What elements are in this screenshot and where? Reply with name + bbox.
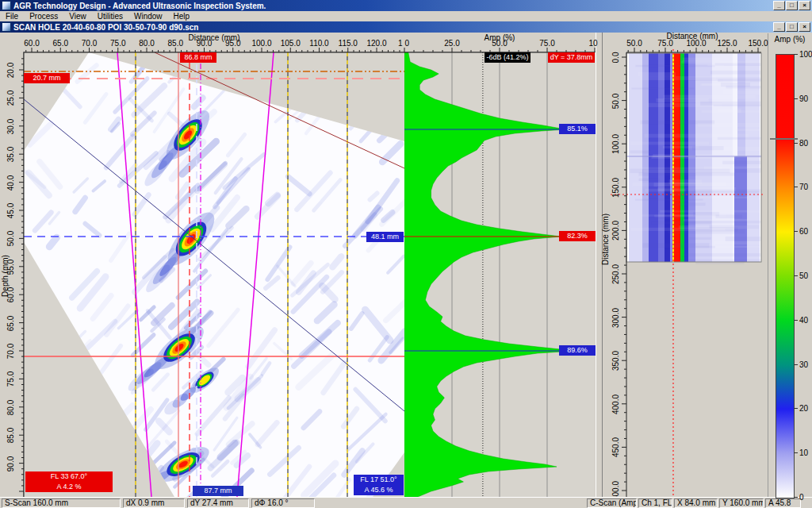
colorbar-tick-label: 90	[799, 94, 808, 103]
app-window: AGR Technology Design - Advanced Ultraso…	[0, 0, 812, 508]
tick-label: 50.0	[492, 39, 507, 48]
tick-label: 200.0	[611, 217, 620, 244]
colorbar-tick-label: 100	[799, 50, 812, 59]
colorbar-gradient[interactable]	[776, 54, 795, 498]
status-segment: A 45.8	[765, 498, 801, 508]
tick-label: 70.0	[82, 39, 97, 48]
amp-marker-label: 82.3%	[559, 231, 596, 241]
tick-label: 80.0	[6, 394, 15, 421]
tick-label: 60.0	[24, 39, 39, 48]
tick-label: 0.0	[611, 44, 620, 71]
depth-cursor-label: 48.1 mm	[366, 232, 404, 242]
colorbar-tick	[794, 497, 798, 498]
tick-label: 50.0	[6, 225, 15, 252]
tick-label: 400.0	[611, 391, 620, 418]
menu-item-help[interactable]: Help	[168, 12, 196, 21]
menu-item-process[interactable]: Process	[24, 12, 63, 21]
tick-label: 90.0	[6, 450, 15, 477]
tick-label: 250.0	[611, 261, 620, 288]
colorbar-tick	[794, 231, 798, 232]
minimize-button[interactable]: _	[773, 22, 785, 32]
menu-item-file[interactable]: File	[0, 12, 24, 21]
menu-item-window[interactable]: Window	[128, 12, 168, 21]
document-titlebar[interactable]: SCAN HOLE 20-40-60-80 POI 30-50-70-90 d9…	[0, 21, 812, 33]
measure-red: FL 33 67.0°A 4.2 %	[25, 471, 113, 492]
colorbar-title: Amp (%)	[768, 35, 812, 44]
tick-label: 55.0	[6, 253, 15, 280]
tick-label: 85.0	[6, 422, 15, 449]
tick-label: 350.0	[611, 348, 620, 375]
tick-label: 125.0	[717, 39, 737, 48]
menu-item-view[interactable]: View	[63, 12, 92, 21]
close-button[interactable]: ×	[799, 1, 810, 10]
bottom-cursor-label: 87.7 mm	[193, 486, 243, 496]
amp-plot[interactable]	[404, 52, 595, 497]
colorbar-tick	[794, 408, 798, 409]
status-segment: Ch 1, FL 7	[638, 498, 672, 508]
status-segment: dX 0.9 mm	[123, 498, 185, 508]
tick-label: 35.0	[6, 141, 15, 168]
axis-title-cscan-y: Distance (mm)	[601, 210, 610, 269]
sscan-plot[interactable]	[24, 52, 404, 497]
tick-label: 75.0	[657, 39, 672, 48]
tick-label: 10	[588, 39, 597, 48]
tick-label: 100.0	[251, 39, 271, 48]
cursor-x-label: 86.8 mm	[180, 52, 216, 63]
colorbar-tick	[794, 364, 798, 365]
minimize-button[interactable]: _	[773, 1, 785, 10]
db-gate-label: -6dB (41.2%)	[485, 52, 530, 63]
window-title: AGR Technology Design - Advanced Ultraso…	[13, 2, 266, 10]
colorbar-tick	[794, 54, 798, 55]
colorbar-tick	[794, 275, 798, 276]
tick-label: 150.0	[611, 174, 620, 201]
tick-label: 85.0	[168, 39, 183, 48]
depth-ref-label: 20.7 mm	[24, 73, 70, 83]
tick-label: 95.0	[225, 39, 240, 48]
window-controls: _□×	[773, 1, 810, 10]
tick-label: 65.0	[6, 310, 15, 337]
tick-label: 30.0	[6, 113, 15, 140]
amp-marker-label: 89.6%	[559, 345, 596, 356]
tick-label: 120.0	[366, 39, 386, 48]
cscan-plot[interactable]	[607, 48, 765, 497]
colorbar-tick-label: 30	[799, 360, 808, 369]
colorbar-tick-label: 40	[799, 316, 808, 325]
document-window-controls: _□×	[773, 22, 810, 32]
tick-label: 1 0	[398, 39, 409, 48]
menu-item-utilities[interactable]: Utilities	[92, 12, 128, 21]
colorbar-marker[interactable]	[770, 138, 798, 140]
tick-label: 80.0	[139, 39, 154, 48]
titlebar[interactable]: AGR Technology Design - Advanced Ultraso…	[0, 0, 812, 11]
tick-label: 65.0	[53, 39, 68, 48]
document-icon	[2, 22, 11, 32]
colorbar-pane-divider	[768, 33, 768, 497]
measure-blue: FL 17 51.0°A 45.6 %	[354, 475, 404, 495]
tick-label: 70.0	[6, 338, 15, 365]
document-title: SCAN HOLE 20-40-60-80 POI 30-50-70-90 d9…	[13, 23, 198, 32]
restore-button[interactable]: □	[786, 22, 798, 32]
tick-label: 25.0	[444, 39, 459, 48]
tick-label: 115.0	[339, 39, 358, 48]
colorbar-tick-label: 70	[799, 183, 808, 191]
tick-label: 25.0	[6, 85, 15, 112]
colorbar-tick-label: 10	[799, 448, 808, 457]
colorbar-tick-label: 0	[799, 493, 804, 502]
tick-label: 450.0	[611, 434, 620, 461]
restore-button[interactable]: □	[786, 1, 798, 10]
close-button[interactable]: ×	[799, 22, 810, 32]
tick-label: 110.0	[309, 39, 328, 48]
tick-label: 75.0	[539, 39, 554, 48]
tick-label: 50.0	[611, 87, 620, 114]
colorbar-tick-label: 80	[799, 139, 808, 148]
tick-label: 40.0	[6, 169, 15, 196]
status-segment: dΦ 16.0 °	[251, 498, 315, 508]
colorbar-tick	[794, 98, 798, 99]
status-segment: C-Scan (Amp)	[587, 498, 637, 508]
tick-label: 100.0	[611, 131, 620, 158]
tick-label: 100.0	[686, 39, 706, 48]
dy-readout-label: dY = 37.8mm	[548, 52, 595, 63]
colorbar-tick	[794, 320, 798, 321]
colorbar-tick	[794, 452, 798, 453]
colorbar-tick-label: 50	[799, 271, 808, 280]
status-segment: X 84.0 mm	[674, 498, 718, 508]
